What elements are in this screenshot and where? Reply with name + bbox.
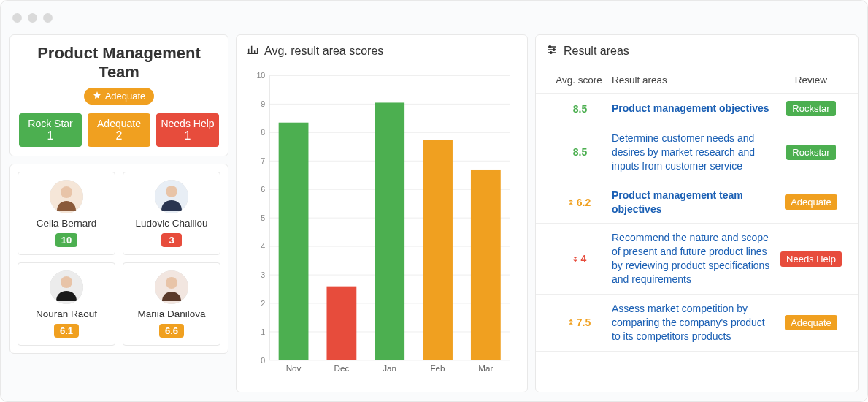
row-score-value: 6.2 xyxy=(577,197,591,208)
table-row: 4 Recommend the nature and scope of pres… xyxy=(536,224,858,295)
app-window: Product Management Team Adequate Rock St… xyxy=(0,0,868,402)
row-score-value: 7.5 xyxy=(577,316,591,328)
person-card[interactable]: Nouran Raouf 6.1 xyxy=(18,262,115,346)
svg-point-36 xyxy=(549,46,551,48)
trend-up-icon xyxy=(567,316,575,328)
row-score: 8.5 xyxy=(546,146,612,158)
status-box-2[interactable]: Needs Help1 xyxy=(156,113,219,147)
chart-header: Avg. result area scores xyxy=(237,35,527,67)
window-dot-minimize[interactable] xyxy=(28,13,37,23)
svg-text:2: 2 xyxy=(261,299,265,308)
team-title: Product Management Team xyxy=(19,44,219,82)
person-name: Ludovic Chaillou xyxy=(135,218,207,229)
bar-Dec[interactable] xyxy=(326,287,356,360)
result-areas-header: Result areas xyxy=(536,35,858,67)
status-count: 1 xyxy=(20,129,80,143)
avatar xyxy=(50,180,83,213)
row-area-link[interactable]: Product management team objectives xyxy=(612,189,775,216)
left-column: Product Management Team Adequate Rock St… xyxy=(9,34,228,392)
status-box-0[interactable]: Rock Star1 xyxy=(19,113,82,147)
team-card: Product Management Team Adequate Rock St… xyxy=(9,34,228,156)
chart-title: Avg. result area scores xyxy=(264,45,383,58)
row-area-link[interactable]: Assess market competition by comparing t… xyxy=(612,302,775,344)
svg-text:Feb: Feb xyxy=(430,364,445,373)
col-review: Review xyxy=(775,75,848,86)
svg-text:4: 4 xyxy=(261,242,265,251)
person-name: Mariia Danilova xyxy=(137,308,205,319)
svg-text:Jan: Jan xyxy=(383,364,396,373)
row-review: Rockstar xyxy=(775,101,848,116)
row-score: 7.5 xyxy=(546,316,612,328)
svg-text:5: 5 xyxy=(261,213,265,222)
status-label: Adequate xyxy=(89,118,149,129)
row-score: 6.2 xyxy=(546,197,612,208)
svg-point-38 xyxy=(550,52,552,54)
table-header: Avg. score Result areas Review xyxy=(536,67,858,94)
col-area: Result areas xyxy=(612,75,775,86)
status-label: Rock Star xyxy=(20,118,80,129)
window-controls xyxy=(1,1,867,34)
person-card[interactable]: Ludovic Chaillou 3 xyxy=(123,172,220,255)
trend-up-icon xyxy=(567,197,575,208)
row-score-value: 8.5 xyxy=(573,146,587,158)
chart-area: 012345678910NovDecJanFebMar xyxy=(237,67,527,389)
window-dot-maximize[interactable] xyxy=(43,13,53,23)
table-row: 8.5 Product management objectives Rockst… xyxy=(536,94,858,124)
team-badge-label: Adequate xyxy=(105,91,146,102)
status-boxes: Rock Star1Adequate2Needs Help1 xyxy=(19,113,219,147)
person-name: Nouran Raouf xyxy=(36,308,97,319)
chart-card: Avg. result area scores 012345678910NovD… xyxy=(236,34,528,392)
result-rows: 8.5 Product management objectives Rockst… xyxy=(536,94,858,352)
row-score-value: 8.5 xyxy=(573,103,587,115)
svg-text:Dec: Dec xyxy=(334,364,350,373)
bar-Feb[interactable] xyxy=(423,140,453,360)
svg-text:3: 3 xyxy=(261,270,265,279)
person-name: Celia Bernard xyxy=(37,218,97,229)
team-status-badge: Adequate xyxy=(84,88,155,105)
person-score: 3 xyxy=(161,233,182,247)
svg-text:Mar: Mar xyxy=(478,364,493,373)
bar-Jan[interactable] xyxy=(375,102,404,360)
row-review: Adequate xyxy=(775,194,848,210)
row-area-link[interactable]: Recommend the nature and scope of presen… xyxy=(612,231,775,287)
svg-point-5 xyxy=(61,276,72,288)
row-score: 4 xyxy=(546,253,612,265)
table-row: 7.5 Assess market competition by compari… xyxy=(536,295,858,352)
status-count: 2 xyxy=(89,129,149,143)
svg-text:9: 9 xyxy=(261,99,265,108)
row-score: 8.5 xyxy=(546,103,612,115)
review-badge: Needs Help xyxy=(780,251,842,267)
row-area-link[interactable]: Determine customer needs and desires by … xyxy=(612,132,775,173)
sliders-icon xyxy=(546,44,558,58)
status-count: 1 xyxy=(158,129,218,143)
result-areas-title: Result areas xyxy=(564,45,629,58)
svg-text:Nov: Nov xyxy=(286,364,302,373)
bar-Nov[interactable] xyxy=(279,123,309,360)
people-grid: Celia Bernard 10 Ludovic Chaillou 3 Nour… xyxy=(10,164,228,353)
svg-text:1: 1 xyxy=(261,327,265,336)
bar-chart-icon xyxy=(247,44,258,58)
team-badge-row: Adequate xyxy=(19,88,219,105)
svg-text:7: 7 xyxy=(261,156,265,165)
bar-Mar[interactable] xyxy=(471,170,501,360)
svg-text:0: 0 xyxy=(261,356,265,365)
svg-point-37 xyxy=(553,49,555,51)
person-card[interactable]: Celia Bernard 10 xyxy=(18,172,115,255)
avatar xyxy=(50,270,83,304)
people-card: Celia Bernard 10 Ludovic Chaillou 3 Nour… xyxy=(9,164,228,354)
table-row: 8.5 Determine customer needs and desires… xyxy=(536,124,858,181)
person-card[interactable]: Mariia Danilova 6.6 xyxy=(123,262,220,346)
svg-point-7 xyxy=(166,277,177,289)
bar-chart: 012345678910NovDecJanFebMar xyxy=(247,67,517,379)
review-badge: Rockstar xyxy=(786,145,835,160)
table-row: 6.2 Product management team objectives A… xyxy=(536,181,858,224)
status-box-1[interactable]: Adequate2 xyxy=(88,113,150,147)
row-review: Rockstar xyxy=(775,145,848,160)
col-score: Avg. score xyxy=(546,75,612,86)
svg-text:8: 8 xyxy=(261,128,265,137)
person-score: 6.6 xyxy=(159,324,184,338)
window-dot-close[interactable] xyxy=(12,13,22,23)
svg-point-3 xyxy=(166,186,177,197)
result-areas-card: Result areas Avg. score Result areas Rev… xyxy=(535,34,859,392)
row-area-link[interactable]: Product management objectives xyxy=(612,102,775,115)
